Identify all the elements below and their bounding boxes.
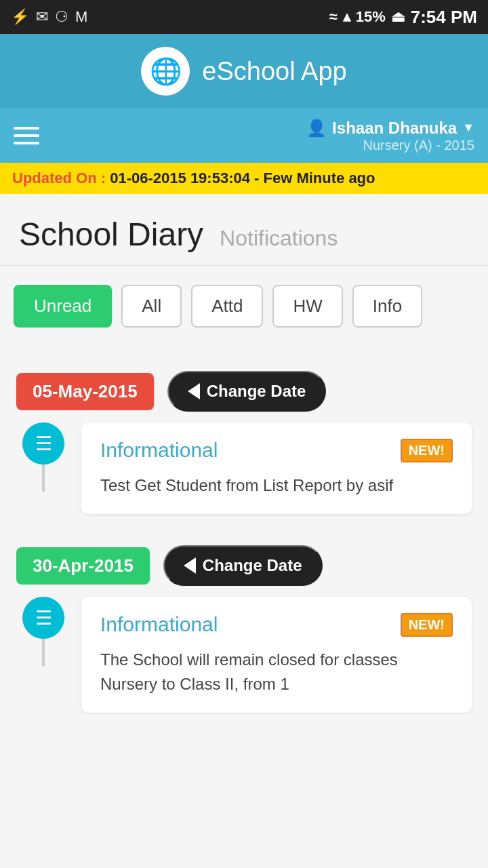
date-badge-2: 30-Apr-2015 <box>16 547 150 585</box>
chevron-down-icon: ▼ <box>462 121 474 135</box>
entry-type-1: Informational <box>100 439 218 462</box>
date-row-2: 30-Apr-2015 Change Date <box>0 534 488 597</box>
user-name-row: 👤 Ishaan Dhanuka ▼ <box>306 119 474 138</box>
user-name-text: Ishaan Dhanuka <box>332 119 457 138</box>
change-date-label-1: Change Date <box>207 382 306 401</box>
status-right-icons: ≈ ▴ 15% ⏏ 7:54 PM <box>329 7 477 28</box>
timeline-dot-1: ☰ <box>22 422 64 465</box>
status-left-icons: ⚡ ✉ ⚆ M <box>11 8 87 26</box>
page-title-area: School Diary Notifications <box>0 194 488 266</box>
timeline-line-col-2: ☰ <box>16 597 70 666</box>
battery-level: 15% <box>356 8 386 26</box>
entry-block-2: 30-Apr-2015 Change Date ☰ Informational … <box>0 534 488 726</box>
logo-icon: 🌐 <box>150 56 182 86</box>
entry-block-1: 05-May-2015 Change Date ☰ Informational … <box>0 360 488 528</box>
hamburger-line-3 <box>14 142 39 144</box>
tab-all[interactable]: All <box>121 285 182 328</box>
tab-info[interactable]: Info <box>352 285 422 328</box>
list-icon-1: ☰ <box>35 433 52 455</box>
entry-text-2: The School will remain closed for classe… <box>100 648 453 696</box>
gmail-icon: M <box>75 8 87 26</box>
arrow-left-icon-1 <box>188 383 200 399</box>
status-bar: ⚡ ✉ ⚆ M ≈ ▴ 15% ⏏ 7:54 PM <box>0 0 488 34</box>
page-subtitle: Notifications <box>220 226 338 251</box>
wifi-icon: ≈ <box>329 8 338 26</box>
timeline-content: 05-May-2015 Change Date ☰ Informational … <box>0 347 488 747</box>
timeline-vline-2 <box>42 639 45 666</box>
update-label: Updated On : <box>12 170 106 186</box>
timeline-vline-1 <box>42 465 45 492</box>
user-class: Nursery (A) - 2015 <box>363 138 475 153</box>
usb-icon: ⚡ <box>11 8 29 26</box>
entry-card-header-1: Informational NEW! <box>100 439 453 462</box>
status-time: 7:54 PM <box>411 7 477 28</box>
user-info[interactable]: 👤 Ishaan Dhanuka ▼ Nursery (A) - 2015 <box>306 119 474 153</box>
mail-icon: ✉ <box>36 8 48 26</box>
app-logo: 🌐 <box>141 47 190 96</box>
tab-attd[interactable]: Attd <box>191 285 263 328</box>
hamburger-line-1 <box>14 127 39 130</box>
filter-tabs: Unread All Attd HW Info <box>0 266 488 347</box>
app-header: 🌐 eSchool App <box>0 34 488 108</box>
change-date-label-2: Change Date <box>203 556 302 575</box>
arrow-left-icon-2 <box>184 557 196 574</box>
new-badge-2: NEW! <box>401 613 453 637</box>
timeline-line-col-1: ☰ <box>16 422 70 492</box>
entry-card-header-2: Informational NEW! <box>100 613 453 637</box>
app-title: eSchool App <box>202 57 346 86</box>
hamburger-line-2 <box>14 134 39 137</box>
image-icon: ⚆ <box>55 8 68 26</box>
tab-hw[interactable]: HW <box>272 285 342 328</box>
update-bar: Updated On : 01-06-2015 19:53:04 - Few M… <box>0 163 488 194</box>
change-date-button-1[interactable]: Change Date <box>167 371 327 412</box>
new-badge-1: NEW! <box>401 439 453 462</box>
battery-icon: ⏏ <box>391 8 405 26</box>
timeline-dot-2: ☰ <box>22 597 64 639</box>
user-icon: 👤 <box>306 119 327 138</box>
entry-card-1: Informational NEW! Test Get Student from… <box>81 422 472 514</box>
date-row-1: 05-May-2015 Change Date <box>0 360 488 422</box>
signal-icon: ▴ <box>343 8 350 26</box>
date-badge-1: 05-May-2015 <box>16 373 154 410</box>
list-icon-2: ☰ <box>35 607 52 629</box>
tab-unread[interactable]: Unread <box>14 285 112 328</box>
timeline-entry-1: ☰ Informational NEW! Test Get Student fr… <box>0 422 488 528</box>
page-title: School Diary <box>19 216 203 253</box>
nav-bar: 👤 Ishaan Dhanuka ▼ Nursery (A) - 2015 <box>0 108 488 163</box>
entry-type-2: Informational <box>100 613 218 636</box>
hamburger-menu[interactable] <box>14 127 39 144</box>
entry-text-1: Test Get Student from List Report by asi… <box>100 473 453 498</box>
entry-card-2: Informational NEW! The School will remai… <box>81 597 472 713</box>
change-date-button-2[interactable]: Change Date <box>163 545 323 586</box>
timeline-entry-2: ☰ Informational NEW! The School will rem… <box>0 597 488 726</box>
update-value: 01-06-2015 19:53:04 - Few Minute ago <box>110 170 375 186</box>
